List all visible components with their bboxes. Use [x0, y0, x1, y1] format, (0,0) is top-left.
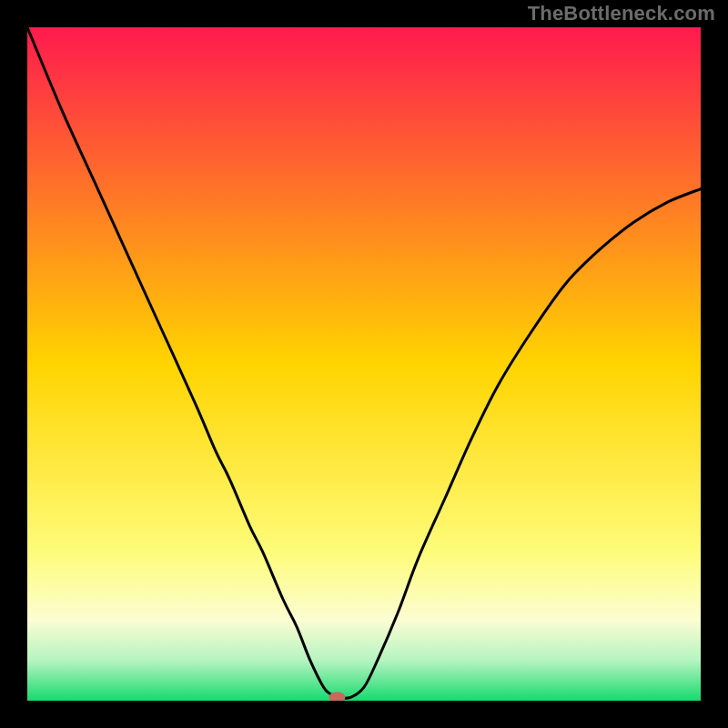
chart-frame: TheBottleneck.com: [0, 0, 728, 728]
chart-svg: [27, 27, 701, 701]
gradient-background: [27, 27, 701, 701]
watermark-text: TheBottleneck.com: [528, 2, 715, 25]
plot-area: [27, 27, 701, 701]
